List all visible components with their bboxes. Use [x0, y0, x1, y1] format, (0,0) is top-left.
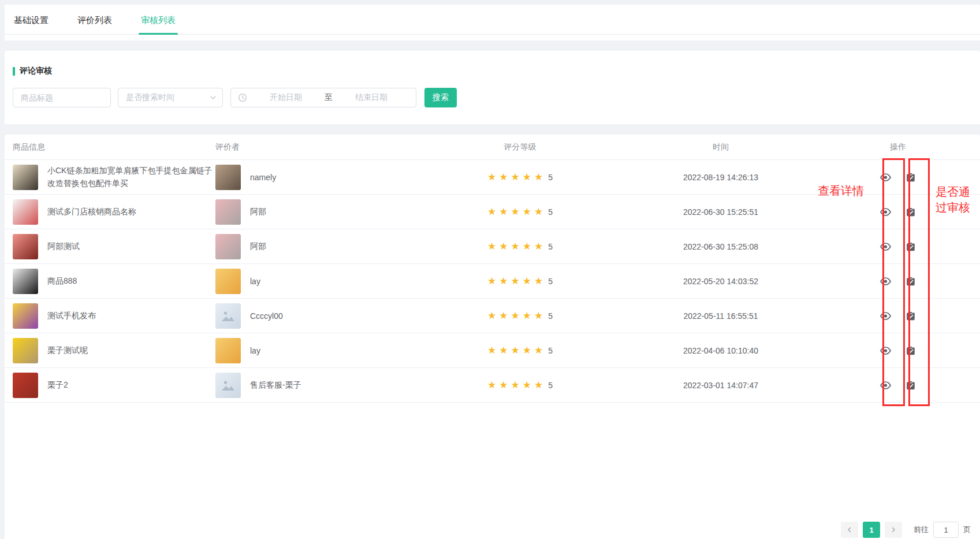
star-rating: ★★★★★ — [487, 380, 543, 390]
table-row: 测试手机发布 Ccccyl00 ★★★★★ 5 2022-05-11 16:55… — [5, 299, 980, 333]
audit-pass-button[interactable] — [898, 234, 923, 259]
chevron-right-icon — [890, 527, 896, 533]
eye-icon — [880, 312, 891, 320]
star-icon: ★ — [511, 311, 519, 321]
audit-pass-button[interactable] — [898, 165, 923, 190]
product-image — [13, 373, 38, 398]
product-title-input[interactable] — [13, 88, 111, 107]
view-detail-button[interactable] — [873, 269, 898, 294]
chevron-left-icon — [847, 527, 852, 533]
star-icon: ★ — [487, 311, 496, 321]
star-icon: ★ — [487, 345, 496, 355]
audit-pass-button[interactable] — [898, 303, 923, 329]
product-image — [13, 303, 38, 329]
star-icon: ★ — [499, 172, 508, 182]
view-detail-button[interactable] — [873, 338, 898, 363]
star-rating: ★★★★★ — [487, 345, 543, 355]
header-reviewer: 评价者 — [215, 142, 446, 153]
time-search-select[interactable]: 是否搜索时间 — [118, 88, 223, 107]
review-time: 2022-05-11 16:55:51 — [594, 311, 848, 321]
reviewer-avatar — [215, 165, 241, 190]
page-number-button[interactable]: 1 — [863, 522, 880, 538]
reviewer-name: lay — [250, 277, 260, 286]
view-detail-button[interactable] — [873, 199, 898, 225]
view-detail-button[interactable] — [873, 303, 898, 329]
image-placeholder-icon — [221, 308, 236, 324]
rating-value: 5 — [548, 311, 553, 321]
table-panel: 商品信息 评价者 评分等级 时间 操作 小CK链条加粗加宽单肩腋下包手提包金属链… — [5, 135, 980, 539]
star-icon: ★ — [523, 380, 531, 390]
audit-pass-button[interactable] — [898, 338, 923, 363]
audit-pass-button[interactable] — [898, 373, 923, 398]
view-detail-button[interactable] — [873, 373, 898, 398]
prev-page-button[interactable] — [841, 522, 858, 538]
product-title: 小CK链条加粗加宽单肩腋下包手提包金属链子改造替换包包配件单买 — [47, 165, 215, 189]
date-start-placeholder: 开始日期 — [247, 92, 325, 103]
header-product: 商品信息 — [5, 142, 215, 153]
reviewer-avatar — [215, 199, 241, 225]
star-icon: ★ — [534, 311, 543, 321]
reviewer-name: namely — [250, 173, 276, 182]
clipboard-check-icon — [906, 207, 915, 217]
star-icon: ★ — [499, 276, 508, 286]
header-time: 时间 — [594, 142, 848, 153]
star-icon: ★ — [534, 276, 543, 286]
tabs-panel: 基础设置 评价列表 审核列表 — [5, 5, 980, 40]
next-page-button[interactable] — [885, 522, 902, 538]
star-icon: ★ — [511, 380, 519, 390]
search-button[interactable]: 搜索 — [424, 88, 457, 107]
reviewer-avatar — [215, 373, 241, 398]
tab-review-list[interactable]: 评价列表 — [75, 13, 114, 34]
chevron-down-icon — [210, 94, 217, 101]
product-image — [13, 269, 38, 294]
clipboard-check-icon — [906, 311, 915, 321]
goto-page-label: 前往 — [914, 525, 929, 535]
date-range-picker[interactable]: 开始日期 至 结束日期 — [230, 88, 416, 107]
rating-value: 5 — [548, 381, 553, 390]
tab-audit-list[interactable]: 审核列表 — [139, 13, 178, 34]
eye-icon — [880, 173, 891, 181]
image-placeholder-icon — [221, 378, 236, 393]
eye-icon — [880, 347, 891, 355]
star-rating: ★★★★★ — [487, 241, 543, 251]
star-icon: ★ — [487, 380, 496, 390]
star-icon: ★ — [534, 380, 543, 390]
clipboard-check-icon — [906, 173, 915, 182]
star-icon: ★ — [499, 345, 508, 355]
view-detail-button[interactable] — [873, 234, 898, 259]
review-time: 2022-03-01 14:07:47 — [594, 381, 848, 390]
star-icon: ★ — [511, 276, 519, 286]
search-panel: 评论审核 是否搜索时间 开始日期 至 结束日期 搜索 — [5, 51, 980, 124]
star-icon: ★ — [511, 207, 519, 217]
star-icon: ★ — [534, 172, 543, 182]
star-icon: ★ — [523, 172, 531, 182]
tab-basic-settings[interactable]: 基础设置 — [12, 13, 51, 34]
star-icon: ★ — [534, 207, 543, 217]
goto-page-input[interactable] — [933, 522, 959, 538]
eye-icon — [880, 277, 891, 285]
table-body: 小CK链条加粗加宽单肩腋下包手提包金属链子改造替换包包配件单买 namely ★… — [5, 160, 980, 403]
reviewer-name: 售后客服-栗子 — [250, 380, 301, 391]
rating-value: 5 — [548, 207, 553, 217]
audit-pass-button[interactable] — [898, 269, 923, 294]
product-title: 商品888 — [47, 275, 77, 288]
view-detail-button[interactable] — [873, 165, 898, 190]
eye-icon — [880, 243, 891, 251]
search-row: 是否搜索时间 开始日期 至 结束日期 搜索 — [13, 88, 972, 107]
star-rating: ★★★★★ — [487, 276, 543, 286]
pagination: 1 前往 页 — [841, 522, 971, 538]
reviewer-avatar — [215, 338, 241, 363]
star-icon: ★ — [511, 345, 519, 355]
star-icon: ★ — [534, 345, 543, 355]
review-time: 2022-08-19 14:26:13 — [594, 173, 848, 182]
star-icon: ★ — [511, 241, 519, 251]
eye-icon — [880, 381, 891, 389]
audit-pass-button[interactable] — [898, 199, 923, 225]
clipboard-check-icon — [906, 346, 915, 355]
section-title-bar — [13, 67, 15, 76]
section-title-text: 评论审核 — [20, 66, 52, 76]
star-icon: ★ — [499, 207, 508, 217]
star-icon: ★ — [523, 345, 531, 355]
product-title: 阿部测试 — [47, 240, 80, 253]
star-icon: ★ — [523, 276, 531, 286]
